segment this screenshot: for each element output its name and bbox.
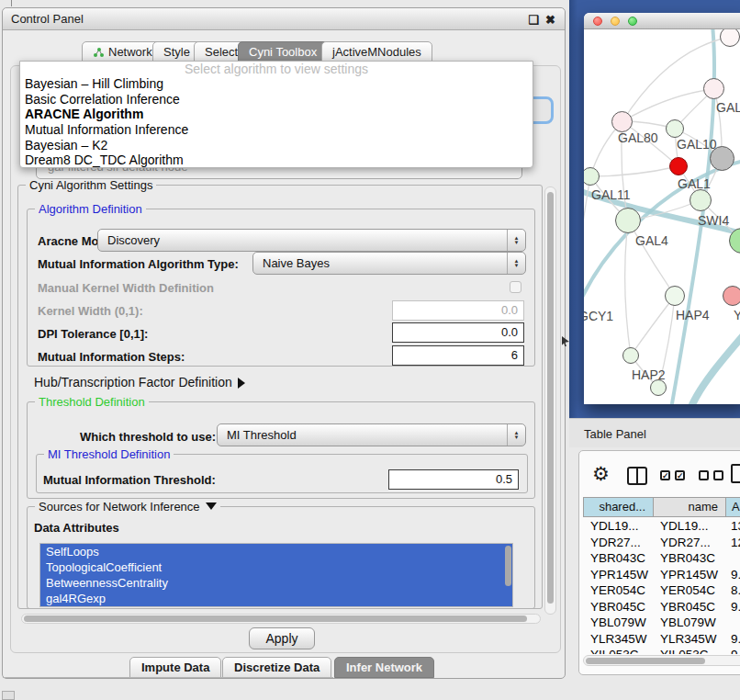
table-cell[interactable]: YBR043C: [660, 550, 724, 567]
node-label-gal-cut: GAL: [716, 100, 740, 115]
node-gal10[interactable]: [666, 119, 684, 138]
which-threshold-combo[interactable]: MI Threshold ▲▼: [217, 423, 526, 446]
table-cell[interactable]: YDR27...: [660, 535, 724, 551]
tab-infer-network[interactable]: Infer Network: [334, 657, 434, 678]
mi-steps-field[interactable]: 6: [392, 345, 524, 366]
column-header-cut[interactable]: A: [725, 497, 740, 517]
table-cell[interactable]: YPR145W: [660, 567, 724, 583]
table-cell[interactable]: YDR27...: [590, 535, 653, 551]
table-cell[interactable]: YDL19...: [590, 518, 653, 535]
table-cell[interactable]: YBR045C: [660, 599, 724, 615]
node-gal4[interactable]: [615, 208, 641, 233]
checked-checkbox-icon[interactable]: ✓: [675, 470, 685, 480]
table-cell-partial[interactable]: YIL053C: [590, 647, 653, 654]
tab-network-label: Network: [108, 45, 152, 59]
tab-discretize-data[interactable]: Discretize Data: [222, 657, 331, 678]
table-cell[interactable]: YER054C: [590, 582, 653, 599]
settings-hscrollbar[interactable]: [21, 614, 541, 624]
hub-section-toggle[interactable]: Hub/Transcription Factor Definition: [34, 375, 245, 390]
node-hap2[interactable]: [622, 347, 639, 364]
list-item[interactable]: BetweennessCentrality: [40, 575, 512, 591]
table-cell-partial[interactable]: 9.: [731, 647, 740, 654]
tab-cyni-toolbox[interactable]: Cyni Toolbox: [238, 41, 328, 62]
mi-threshold-label: Mutual Information Threshold:: [43, 473, 216, 487]
close-traffic-icon[interactable]: [593, 17, 602, 26]
table-cell[interactable]: 8.: [731, 582, 740, 599]
sources-title[interactable]: Sources for Network Inference: [35, 500, 220, 514]
network-canvas[interactable]: GAL80 GAL10 GAL1 GAL11 SWI4 GAL4 GCY1 HA…: [584, 29, 740, 404]
tab-network[interactable]: Network: [82, 41, 163, 62]
settings-hscrollbar-thumb[interactable]: [24, 615, 527, 622]
control-panel-titlebar[interactable]: Control Panel ❑ ✖: [3, 8, 565, 30]
list-item[interactable]: SelfLoops: [40, 544, 512, 559]
mi-threshold-field[interactable]: 0.5: [388, 469, 519, 490]
dropdown-item[interactable]: Dream8 DC_TDC Algorithm: [20, 152, 533, 168]
table-cell[interactable]: YPR145W: [590, 567, 653, 583]
table-cell[interactable]: YBL079W: [660, 615, 724, 631]
dropdown-item[interactable]: Mutual Information Inference: [20, 122, 533, 138]
table-cell[interactable]: YLR345W: [590, 631, 653, 648]
table-cell[interactable]: 12: [731, 535, 740, 551]
node-red-selected[interactable]: [669, 157, 688, 175]
network-window-titlebar[interactable]: [584, 13, 740, 29]
dpi-tolerance-label: DPI Tolerance [0,1]:: [38, 327, 148, 341]
gear-icon[interactable]: ⚙: [592, 463, 610, 485]
dropdown-item[interactable]: Bayesian – Hill Climbing: [20, 76, 533, 92]
settings-vscrollbar[interactable]: [544, 186, 556, 615]
control-panel-window: Control Panel ❑ ✖ Network Style Select C…: [2, 7, 566, 679]
table-hscrollbar-thumb[interactable]: [586, 658, 705, 664]
aracne-mode-combo[interactable]: Discovery ▲▼: [97, 229, 526, 252]
stepper-arrows-icon: ▲▼: [507, 230, 525, 251]
table-cell[interactable]: 9.: [731, 631, 740, 648]
panel-title: Control Panel: [11, 12, 84, 26]
column-header-shared[interactable]: shared...: [583, 497, 654, 517]
table-cell[interactable]: 13: [731, 518, 740, 535]
table-cell[interactable]: YLR345W: [660, 631, 724, 648]
kernel-width-label: Kernel Width (0,1):: [38, 304, 143, 318]
node-salmon[interactable]: [723, 286, 740, 306]
data-attributes-list[interactable]: SelfLoops TopologicalCoefficient Between…: [39, 543, 513, 607]
mi-type-combo[interactable]: Naive Bayes ▲▼: [252, 252, 526, 275]
table-hscrollbar[interactable]: [583, 655, 740, 666]
node-gal[interactable]: [703, 78, 724, 99]
table-cell[interactable]: YBL079W: [590, 615, 653, 631]
table-cell[interactable]: 9.: [731, 599, 740, 615]
float-window-icon[interactable]: ❑: [528, 13, 539, 27]
unchecked-checkbox-icon[interactable]: [699, 470, 709, 480]
dropdown-item-selected[interactable]: ARACNE Algorithm: [20, 107, 533, 122]
list-scrollbar-thumb[interactable]: [505, 546, 511, 586]
zoom-traffic-icon[interactable]: [628, 17, 637, 26]
minimize-traffic-icon[interactable]: [611, 17, 620, 26]
split-columns-icon[interactable]: [627, 467, 647, 485]
node-hap4[interactable]: [665, 286, 685, 306]
manual-kernel-checkbox[interactable]: [510, 281, 521, 293]
table-cell[interactable]: YBR045C: [590, 599, 653, 615]
node-label-y-cut: Y: [734, 308, 740, 322]
group-title: MI Threshold Definition: [44, 447, 174, 461]
apply-button[interactable]: Apply: [249, 627, 315, 649]
table-cell[interactable]: YDL19...: [660, 518, 724, 535]
kernel-width-field[interactable]: 0.0: [392, 300, 524, 321]
checked-checkbox-icon[interactable]: ✓: [660, 470, 670, 480]
dropdown-item[interactable]: Basic Correlation Inference: [20, 92, 533, 107]
dpi-tolerance-field[interactable]: 0.0: [392, 322, 524, 343]
node-table: ⚙ ✓ ✓ shared... name A YDL19... YDL19...…: [578, 450, 740, 675]
table-cell[interactable]: YER054C: [660, 582, 724, 599]
table-panel-bar: Table Panel: [569, 418, 740, 447]
unchecked-checkbox-icon[interactable]: [713, 470, 723, 480]
table-cell[interactable]: 9.: [731, 567, 740, 583]
column-header-name[interactable]: name: [653, 497, 726, 517]
table-cell[interactable]: YBR043C: [590, 550, 653, 567]
settings-vscrollbar-thumb[interactable]: [547, 192, 554, 604]
list-item[interactable]: TopologicalCoefficient: [40, 559, 512, 575]
node-gal1[interactable]: [690, 189, 712, 211]
table-cell-partial[interactable]: YIL053C: [660, 647, 724, 654]
node-gal80[interactable]: [611, 111, 633, 132]
close-icon[interactable]: ✖: [545, 13, 555, 27]
page-icon[interactable]: [731, 464, 740, 483]
dropdown-item[interactable]: Bayesian – K2: [20, 138, 533, 153]
tab-impute-data[interactable]: Impute Data: [129, 657, 221, 678]
list-item[interactable]: gal4RGexp: [40, 591, 512, 606]
group-title: Algorithm Definition: [35, 202, 146, 216]
tab-jactivemnodules[interactable]: jActiveMNodules: [321, 41, 432, 62]
